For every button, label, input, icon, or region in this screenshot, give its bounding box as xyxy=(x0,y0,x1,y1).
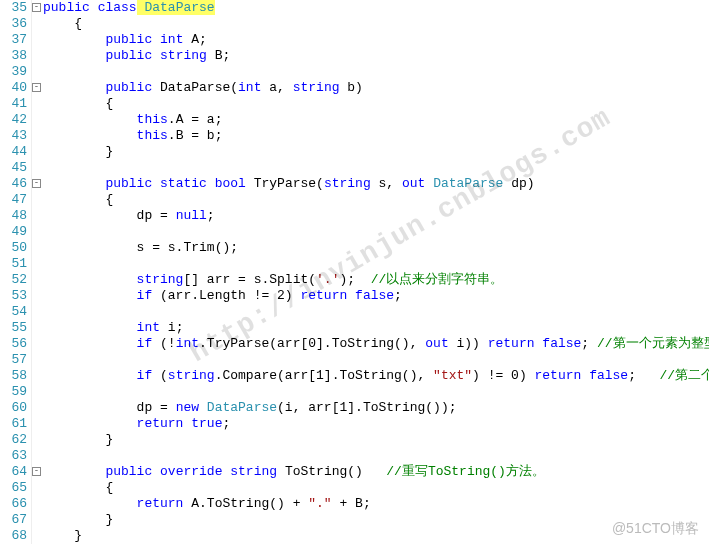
line-number: 36 xyxy=(8,16,27,32)
code-line: { xyxy=(43,96,709,112)
code-line: public class DataParse xyxy=(43,0,709,16)
line-number: 51 xyxy=(8,256,27,272)
line-number: 44 xyxy=(8,144,27,160)
code-line xyxy=(43,384,709,400)
code-line xyxy=(43,256,709,272)
code-body[interactable]: public class DataParse { public int A; p… xyxy=(41,0,709,544)
code-line: this.B = b; xyxy=(43,128,709,144)
line-number: 47 xyxy=(8,192,27,208)
code-line: public static bool TryParse(string s, ou… xyxy=(43,176,709,192)
code-line: } xyxy=(43,432,709,448)
code-line xyxy=(43,304,709,320)
line-number: 60 xyxy=(8,400,27,416)
corner-watermark: @51CTO博客 xyxy=(612,520,699,538)
fold-toggle[interactable]: - xyxy=(32,0,41,16)
line-number: 66 xyxy=(8,496,27,512)
line-number: 57 xyxy=(8,352,27,368)
line-number: 40 xyxy=(8,80,27,96)
line-number: 39 xyxy=(8,64,27,80)
code-line xyxy=(43,64,709,80)
line-number: 52 xyxy=(8,272,27,288)
code-line: { xyxy=(43,480,709,496)
line-number: 62 xyxy=(8,432,27,448)
code-line: { xyxy=(43,16,709,32)
code-line: dp = null; xyxy=(43,208,709,224)
line-number: 50 xyxy=(8,240,27,256)
code-line: int i; xyxy=(43,320,709,336)
line-number: 58 xyxy=(8,368,27,384)
line-number-gutter: 35 36 37 38 39 40 41 42 43 44 45 46 47 4… xyxy=(0,0,32,544)
line-number: 68 xyxy=(8,528,27,544)
code-line: dp = new DataParse(i, arr[1].ToString())… xyxy=(43,400,709,416)
fold-gutter: - - - - xyxy=(32,0,41,544)
line-number: 49 xyxy=(8,224,27,240)
line-number: 63 xyxy=(8,448,27,464)
code-line: public string B; xyxy=(43,48,709,64)
line-number: 41 xyxy=(8,96,27,112)
line-number: 38 xyxy=(8,48,27,64)
code-line xyxy=(43,224,709,240)
line-number: 67 xyxy=(8,512,27,528)
line-number: 45 xyxy=(8,160,27,176)
code-line xyxy=(43,448,709,464)
line-number: 56 xyxy=(8,336,27,352)
code-line: } xyxy=(43,512,709,528)
line-number: 65 xyxy=(8,480,27,496)
code-line: s = s.Trim(); xyxy=(43,240,709,256)
line-number: 54 xyxy=(8,304,27,320)
code-line: return A.ToString() + "." + B; xyxy=(43,496,709,512)
line-number: 59 xyxy=(8,384,27,400)
code-line xyxy=(43,352,709,368)
code-line: return true; xyxy=(43,416,709,432)
code-line: public int A; xyxy=(43,32,709,48)
code-line: string[] arr = s.Split('.'); //以点来分割字符串。 xyxy=(43,272,709,288)
line-number: 53 xyxy=(8,288,27,304)
line-number: 43 xyxy=(8,128,27,144)
code-line: if (!int.TryParse(arr[0].ToString(), out… xyxy=(43,336,709,352)
line-number: 46 xyxy=(8,176,27,192)
line-number: 35 xyxy=(8,0,27,16)
line-number: 42 xyxy=(8,112,27,128)
line-number: 64 xyxy=(8,464,27,480)
code-line: } xyxy=(43,528,709,544)
code-line: if (string.Compare(arr[1].ToString(), "t… xyxy=(43,368,709,384)
line-number: 48 xyxy=(8,208,27,224)
fold-toggle[interactable]: - xyxy=(32,80,41,96)
line-number: 55 xyxy=(8,320,27,336)
fold-toggle[interactable]: - xyxy=(32,176,41,192)
code-line: } xyxy=(43,144,709,160)
code-line: this.A = a; xyxy=(43,112,709,128)
fold-toggle[interactable]: - xyxy=(32,464,41,480)
line-number: 37 xyxy=(8,32,27,48)
code-line xyxy=(43,160,709,176)
code-line: if (arr.Length != 2) return false; xyxy=(43,288,709,304)
line-number: 61 xyxy=(8,416,27,432)
code-line: public override string ToString() //重写To… xyxy=(43,464,709,480)
code-line: public DataParse(int a, string b) xyxy=(43,80,709,96)
code-line: { xyxy=(43,192,709,208)
code-editor: 35 36 37 38 39 40 41 42 43 44 45 46 47 4… xyxy=(0,0,709,544)
